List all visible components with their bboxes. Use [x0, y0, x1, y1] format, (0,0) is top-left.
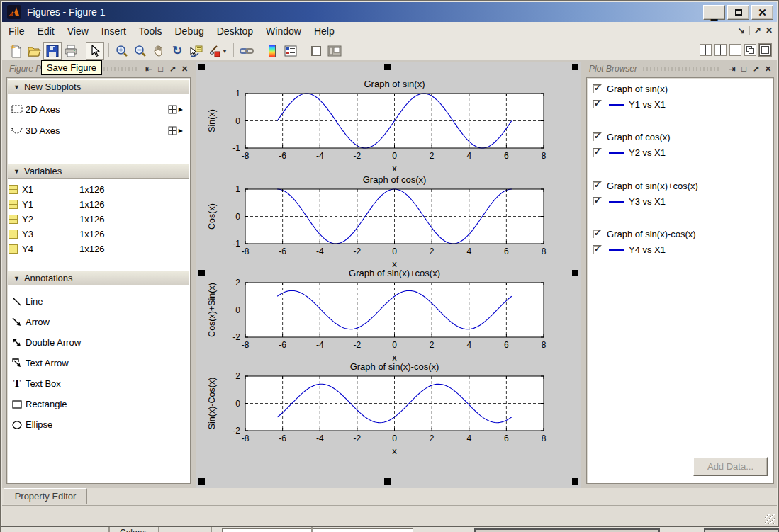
- menu-insert[interactable]: Insert: [95, 23, 133, 40]
- checkbox-series-y3[interactable]: [593, 197, 602, 206]
- property-editor-tab[interactable]: Property Editor: [4, 488, 87, 504]
- menu-view[interactable]: View: [61, 23, 95, 40]
- menu-tools[interactable]: Tools: [133, 23, 169, 40]
- figure-canvas[interactable]: -8-6-4-202468-101Graph of sin(x)xSin(x) …: [196, 62, 581, 488]
- menu-edit[interactable]: Edit: [31, 23, 61, 40]
- subplot-sin-minus-cos-chart[interactable]: -8-6-4-202468-202Graph of sin(x)-cos(x)x…: [196, 356, 581, 459]
- subplot-cos-chart[interactable]: -8-6-4-202468-101Graph of cos(x)xCos(x): [196, 169, 581, 272]
- checkbox-series-y4[interactable]: [593, 245, 602, 254]
- checkbox-graph-sin-minus-cos[interactable]: [593, 230, 602, 239]
- brush-tool-icon[interactable]: [205, 42, 223, 60]
- variable-row-y2[interactable]: Y2 1x126: [9, 212, 189, 227]
- pb-series-label[interactable]: Y4 vs X1: [629, 244, 666, 255]
- resize-grip[interactable]: [765, 514, 775, 524]
- variable-row-y4[interactable]: Y4 1x126: [9, 242, 189, 256]
- open-file-icon[interactable]: [25, 42, 43, 60]
- annotation-line[interactable]: Line: [9, 291, 189, 312]
- tile-rows-icon[interactable]: [729, 44, 741, 56]
- variable-row-x1[interactable]: X1 1x126: [9, 182, 189, 197]
- dock-left-icon[interactable]: ⇤: [142, 64, 155, 74]
- svg-text:Graph of sin(x)+cos(x): Graph of sin(x)+cos(x): [349, 268, 440, 278]
- selection-handle[interactable]: [572, 478, 578, 485]
- undock-panel-icon[interactable]: ↗: [750, 64, 762, 74]
- print-figure-icon[interactable]: [62, 42, 80, 60]
- checkbox-graph-cos[interactable]: [593, 132, 602, 142]
- maximize-panel-icon[interactable]: □: [738, 64, 750, 73]
- palette-item-2d-axes[interactable]: 2D Axes ▶: [9, 100, 189, 118]
- close-panel-icon[interactable]: ✕: [762, 64, 774, 74]
- variable-row-y1[interactable]: Y1 1x126: [9, 197, 189, 212]
- annotation-arrow[interactable]: Arrow: [9, 312, 189, 332]
- checkbox-series-y1[interactable]: [593, 100, 602, 109]
- selection-handle[interactable]: [384, 64, 391, 70]
- variable-row-y3[interactable]: Y3 1x126: [9, 227, 189, 242]
- minimize-button[interactable]: ▁: [703, 5, 725, 20]
- close-button[interactable]: ✕: [751, 5, 773, 20]
- section-new-subplots[interactable]: ▼ New Subplots: [8, 79, 189, 94]
- selection-handle[interactable]: [198, 64, 205, 70]
- plot-browser-header[interactable]: Plot Browser ⇥ □ ↗ ✕: [583, 60, 777, 77]
- tile-columns-icon[interactable]: [714, 44, 727, 56]
- hide-plot-tools-icon[interactable]: [307, 42, 325, 60]
- pb-series-label[interactable]: Y3 vs X1: [629, 196, 666, 207]
- brush-dropdown-icon[interactable]: ▼: [222, 48, 228, 55]
- dock-right-icon[interactable]: ⇥: [726, 64, 738, 74]
- menu-help[interactable]: Help: [308, 23, 341, 40]
- menu-window[interactable]: Window: [259, 23, 308, 40]
- close-figure-icon[interactable]: ✕: [766, 26, 773, 35]
- undock-icon[interactable]: ↗: [754, 26, 761, 35]
- plot-browser-body: Graph of sin(x) Y1 vs X1 Graph of cos(x)…: [586, 77, 774, 484]
- subplot-sin-plus-cos-chart[interactable]: -8-6-4-202468-202Graph of sin(x)+cos(x)x…: [196, 263, 581, 366]
- selection-handle[interactable]: [198, 478, 205, 485]
- pb-group-label[interactable]: Graph of sin(x)+cos(x): [607, 181, 698, 191]
- tile-grid-icon[interactable]: [700, 44, 712, 56]
- menu-desktop[interactable]: Desktop: [211, 23, 259, 40]
- new-figure-icon[interactable]: [6, 42, 25, 60]
- maximize-panel-icon[interactable]: □: [155, 64, 167, 73]
- subplot-grid-picker-icon[interactable]: [168, 126, 177, 135]
- pb-group-label[interactable]: Graph of cos(x): [607, 132, 671, 142]
- pan-hand-icon[interactable]: [150, 42, 168, 60]
- subplot-grid-picker-icon[interactable]: [168, 105, 177, 114]
- close-panel-icon[interactable]: ✕: [179, 64, 191, 74]
- menu-debug[interactable]: Debug: [168, 23, 210, 40]
- link-plots-icon[interactable]: [237, 42, 256, 60]
- zoom-in-icon[interactable]: [113, 42, 131, 60]
- selection-handle[interactable]: [572, 64, 578, 70]
- title-bar[interactable]: Figures - Figure 1 ▁ ✕: [2, 2, 777, 22]
- pointer-tool-icon[interactable]: [86, 42, 104, 60]
- section-annotations[interactable]: ▼ Annotations: [8, 271, 189, 285]
- pb-group-label[interactable]: Graph of sin(x): [607, 84, 668, 94]
- maximize-pane-icon[interactable]: [759, 44, 771, 56]
- maximize-button[interactable]: [727, 5, 749, 20]
- palette-item-3d-axes[interactable]: 3D Axes ▶: [9, 121, 189, 140]
- insert-legend-icon[interactable]: [281, 42, 300, 60]
- pb-series-label[interactable]: Y2 vs X1: [629, 147, 666, 158]
- checkbox-series-y2[interactable]: [593, 148, 602, 157]
- section-variables[interactable]: ▼ Variables: [8, 164, 189, 179]
- dock-figure-icon[interactable]: ↘: [738, 26, 745, 35]
- subplot-sin-chart[interactable]: -8-6-4-202468-101Graph of sin(x)xSin(x): [196, 74, 581, 176]
- annotation-ellipse[interactable]: Ellipse: [9, 414, 189, 435]
- zoom-out-icon[interactable]: [131, 42, 150, 60]
- checkbox-graph-sin-plus-cos[interactable]: [593, 181, 602, 191]
- selection-handle[interactable]: [384, 478, 391, 485]
- add-data-button[interactable]: Add Data...: [693, 457, 768, 476]
- insert-colorbar-icon[interactable]: [263, 42, 281, 60]
- annotation-rectangle[interactable]: Rectangle: [9, 394, 189, 414]
- menu-file[interactable]: File: [2, 23, 31, 40]
- rotate-3d-icon[interactable]: ↻: [168, 42, 186, 60]
- annotation-text-box[interactable]: T Text Box: [9, 373, 189, 394]
- save-figure-icon[interactable]: [43, 42, 62, 60]
- pb-group-label[interactable]: Graph of sin(x)-cos(x): [607, 229, 696, 239]
- annotation-text-arrow[interactable]: Text Arrow: [9, 353, 189, 373]
- cascade-icon[interactable]: [744, 44, 756, 56]
- checkbox-graph-sin[interactable]: [593, 84, 602, 94]
- undock-panel-icon[interactable]: ↗: [167, 64, 179, 74]
- annotation-double-arrow[interactable]: Double Arrow: [9, 332, 189, 353]
- pb-series-label[interactable]: Y1 vs X1: [629, 99, 666, 110]
- show-plot-tools-icon[interactable]: [325, 42, 344, 60]
- panel-drag-dots[interactable]: [643, 67, 720, 71]
- svg-text:x: x: [392, 446, 397, 456]
- data-cursor-icon[interactable]: [186, 42, 205, 60]
